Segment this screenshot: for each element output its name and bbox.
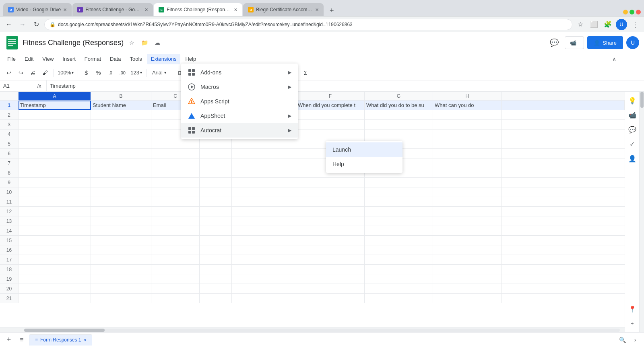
row-num-6[interactable]: 6: [0, 149, 19, 158]
cell-f16[interactable]: [296, 245, 365, 255]
cell-a21[interactable]: [19, 294, 91, 303]
cell-a2[interactable]: [19, 110, 91, 119]
cell-e7[interactable]: [232, 158, 296, 168]
cell-h4[interactable]: [433, 130, 502, 139]
cell-h10[interactable]: [433, 187, 502, 197]
paint-format-button[interactable]: 🖌: [39, 67, 51, 78]
cell-a9[interactable]: [19, 178, 91, 187]
cell-d16[interactable]: [200, 245, 232, 255]
browser-close[interactable]: [636, 10, 641, 14]
cell-e21[interactable]: [232, 294, 296, 303]
cell-a1[interactable]: Timestamp: [19, 101, 91, 110]
cell-g1[interactable]: What did you do to be su: [365, 101, 433, 110]
cell-g21[interactable]: [365, 294, 433, 303]
cell-e9[interactable]: [232, 178, 296, 187]
cell-b19[interactable]: [91, 274, 151, 284]
row-num-9[interactable]: 9: [0, 178, 19, 187]
row-num-10[interactable]: 10: [0, 187, 19, 197]
cell-b11[interactable]: [91, 197, 151, 206]
row-num-20[interactable]: 20: [0, 284, 19, 293]
back-button[interactable]: ←: [3, 19, 14, 30]
cell-b5[interactable]: [91, 139, 151, 148]
sheet-tab-dropdown-icon[interactable]: ▾: [84, 338, 86, 342]
undo-button[interactable]: ↩: [3, 67, 14, 78]
cell-h13[interactable]: [433, 216, 502, 226]
menu-extensions[interactable]: Extensions: [147, 54, 181, 64]
cell-h7[interactable]: [433, 158, 502, 168]
cell-b6[interactable]: [91, 149, 151, 158]
row-num-16[interactable]: 16: [0, 245, 19, 255]
row-num-17[interactable]: 17: [0, 255, 19, 264]
cell-h16[interactable]: [433, 245, 502, 255]
row-num-18[interactable]: 18: [0, 265, 19, 274]
cell-d5[interactable]: [200, 139, 232, 148]
cell-g20[interactable]: [365, 284, 433, 293]
cell-g10[interactable]: [365, 187, 433, 197]
cell-e12[interactable]: [232, 207, 296, 216]
row-num-11[interactable]: 11: [0, 197, 19, 206]
menu-item-addons[interactable]: Add-ons ▶: [181, 65, 298, 80]
cell-d14[interactable]: [200, 226, 232, 235]
cell-h6[interactable]: [433, 149, 502, 158]
cell-d6[interactable]: [200, 149, 232, 158]
tab-biege-certificate[interactable]: B Biege Certificate Accomplishmen... ✕: [243, 3, 324, 16]
cell-h17[interactable]: [433, 255, 502, 264]
decrease-decimal-button[interactable]: .0: [105, 67, 116, 78]
cell-h20[interactable]: [433, 284, 502, 293]
zoom-selector[interactable]: 100% ▾: [56, 70, 75, 76]
cell-h11[interactable]: [433, 197, 502, 206]
row-num-15[interactable]: 15: [0, 236, 19, 245]
cell-c17[interactable]: [151, 255, 200, 264]
cell-h21[interactable]: [433, 294, 502, 303]
cell-b9[interactable]: [91, 178, 151, 187]
cell-g19[interactable]: [365, 274, 433, 284]
cast-button[interactable]: ⬜: [588, 19, 600, 30]
row-num-3[interactable]: 3: [0, 120, 19, 129]
cell-a16[interactable]: [19, 245, 91, 255]
cell-b20[interactable]: [91, 284, 151, 293]
cell-a10[interactable]: [19, 187, 91, 197]
star-button[interactable]: ☆: [127, 38, 136, 47]
cell-d20[interactable]: [200, 284, 232, 293]
cell-h19[interactable]: [433, 274, 502, 284]
vertical-scrollbar[interactable]: [639, 92, 644, 332]
folder-button[interactable]: 📁: [140, 38, 149, 47]
cell-b4[interactable]: [91, 130, 151, 139]
cell-b10[interactable]: [91, 187, 151, 197]
horizontal-scrollbar[interactable]: [0, 327, 625, 332]
col-header-f[interactable]: F: [296, 92, 365, 100]
cell-f13[interactable]: [296, 216, 365, 226]
cell-d15[interactable]: [200, 236, 232, 245]
tab-google-forms[interactable]: F Fitness Challenge - Google Form... ✕: [72, 3, 153, 16]
cell-b2[interactable]: [91, 110, 151, 119]
browser-maximize[interactable]: [630, 10, 634, 14]
menu-insert[interactable]: Insert: [58, 54, 80, 64]
cell-e5[interactable]: [232, 139, 296, 148]
cell-h18[interactable]: [433, 265, 502, 274]
cell-b21[interactable]: [91, 294, 151, 303]
cell-g12[interactable]: [365, 207, 433, 216]
cell-h5[interactable]: [433, 139, 502, 148]
cell-c18[interactable]: [151, 265, 200, 274]
row-num-12[interactable]: 12: [0, 207, 19, 216]
col-header-a[interactable]: A: [19, 92, 91, 100]
cell-c13[interactable]: [151, 216, 200, 226]
cell-c21[interactable]: [151, 294, 200, 303]
cell-g2[interactable]: [365, 110, 433, 119]
cell-c16[interactable]: [151, 245, 200, 255]
increase-decimal-button[interactable]: .00: [117, 67, 128, 78]
cell-c20[interactable]: [151, 284, 200, 293]
cell-c12[interactable]: [151, 207, 200, 216]
row-num-14[interactable]: 14: [0, 226, 19, 235]
row-num-5[interactable]: 5: [0, 139, 19, 148]
functions-button[interactable]: Σ: [300, 67, 311, 78]
menu-item-macros[interactable]: Macros ▶: [181, 80, 298, 94]
cell-d7[interactable]: [200, 158, 232, 168]
cell-b18[interactable]: [91, 265, 151, 274]
tab-close[interactable]: ✕: [315, 7, 319, 12]
cell-e15[interactable]: [232, 236, 296, 245]
submenu-item-launch[interactable]: Launch: [326, 142, 402, 157]
cell-e11[interactable]: [232, 197, 296, 206]
menu-view[interactable]: View: [38, 54, 58, 64]
cell-b16[interactable]: [91, 245, 151, 255]
